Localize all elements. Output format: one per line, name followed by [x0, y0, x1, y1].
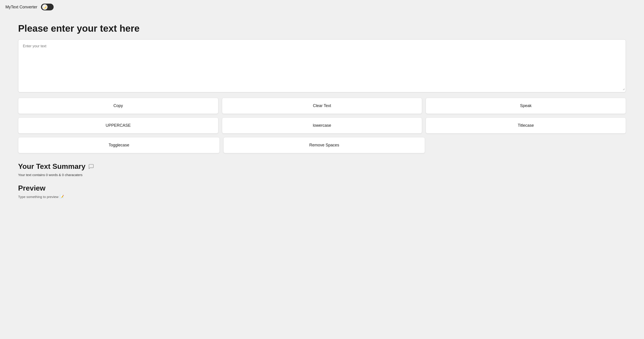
togglecase-button[interactable]: Togglecase: [18, 137, 220, 153]
preview-placeholder: Type something to preview: [18, 195, 58, 199]
clear-text-button[interactable]: Clear Text: [222, 98, 422, 114]
titlecase-button[interactable]: Titlecase: [426, 118, 626, 134]
app-title: MyText Converter: [6, 5, 37, 10]
summary-section: Your Text Summary Your text contains 0 w…: [18, 162, 626, 177]
page-heading: Please enter your text here: [18, 23, 626, 34]
toggle-slider: 🌙: [41, 4, 54, 10]
button-row-3: Togglecase Remove Spaces: [18, 137, 425, 153]
dark-mode-toggle[interactable]: 🌙: [41, 4, 54, 10]
text-input[interactable]: [19, 40, 625, 90]
remove-spaces-button[interactable]: Remove Spaces: [223, 137, 425, 153]
main-content: Please enter your text here Copy Clear T…: [0, 14, 644, 215]
textarea-container: [18, 40, 626, 92]
toggle-knob: 🌙: [42, 4, 48, 10]
navbar: MyText Converter 🌙: [0, 0, 644, 14]
preview-text: Type something to preview 📝: [18, 194, 626, 199]
button-row-1: Copy Clear Text Speak: [18, 98, 626, 114]
lowercase-button[interactable]: lowercase: [222, 118, 422, 134]
uppercase-button[interactable]: UPPERCASE: [18, 118, 218, 134]
copy-button[interactable]: Copy: [18, 98, 218, 114]
summary-text: Your text contains 0 words & 0 characate…: [18, 173, 626, 177]
summary-heading: Your Text Summary: [18, 162, 626, 171]
preview-heading: Preview: [18, 184, 626, 192]
speak-button[interactable]: Speak: [426, 98, 626, 114]
preview-section: Preview Type something to preview 📝: [18, 184, 626, 199]
chat-icon: [88, 163, 94, 170]
button-row-2: UPPERCASE lowercase Titlecase: [18, 118, 626, 134]
summary-heading-text: Your Text Summary: [18, 162, 86, 171]
preview-emoji: 📝: [60, 194, 64, 199]
